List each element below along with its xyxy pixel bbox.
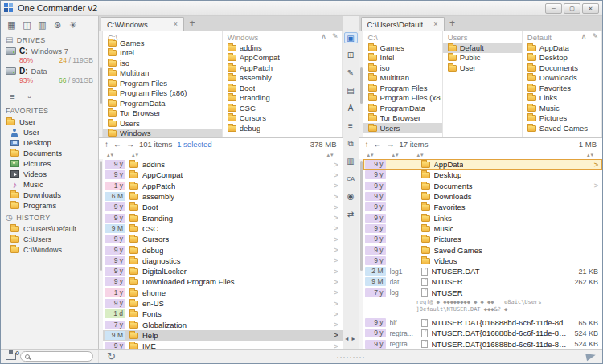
history-item[interactable]: C:\Users\Default [1,223,98,234]
column-item[interactable]: User [443,63,522,73]
file-row[interactable]: 9 MCSC> [103,223,343,234]
column-item[interactable]: Pictures [523,113,601,124]
favorite-item[interactable]: Videos [1,169,98,179]
title-bar[interactable]: One Commander v2 ─ ▢ ✕ [1,1,602,16]
columns-scrollbar[interactable] [359,31,363,137]
column-item[interactable]: Documents [523,63,601,73]
column-item[interactable]: Saved Games [523,123,601,133]
preview-image-icon[interactable]: ▣ [344,32,358,43]
favorite-item[interactable]: Pictures [1,158,98,169]
sort-size-button[interactable]: ▴▾ [326,152,334,158]
column-item[interactable]: Program Files [103,78,222,88]
copy-icon[interactable]: ⧉ [344,138,358,149]
collapse-columns-icon[interactable]: ∧ [321,32,326,40]
file-row[interactable]: 9 yFavorites [363,202,603,212]
new-tab-button[interactable]: + [186,18,199,31]
file-row[interactable]: 9 yblfNTUSER.DAT{016888bd-6c6f-11de-8d1d… [363,317,603,328]
file-row[interactable]: 7 ylogNTUSER [363,288,603,298]
new-folder-icon[interactable]: ⊞ [344,50,358,61]
column-item[interactable]: ProgramData [103,98,222,108]
forward-button[interactable]: → [126,140,134,149]
forward-button[interactable]: → [387,140,395,149]
column-item[interactable]: Boot [223,83,342,93]
column-item[interactable]: Users [103,118,222,129]
notes-icon[interactable]: ▤ [344,85,358,96]
minimize-button[interactable]: ─ [545,3,562,14]
column-item[interactable]: Tor Browser [103,108,222,119]
favorite-item[interactable]: Documents [1,148,98,158]
case-rename-icon[interactable]: CA [344,174,358,185]
column-item[interactable]: Games [363,43,442,53]
tab-close-icon[interactable]: × [174,20,178,28]
search-input[interactable] [32,353,88,361]
favorites-list-icon[interactable]: ≡ [6,91,18,103]
column-item[interactable]: Games [103,38,222,48]
rename-icon[interactable]: ✎ [344,67,358,79]
tab-c-windows[interactable]: C:\Windows × [100,17,184,31]
file-row[interactable]: 1 yAppPatch> [103,181,343,191]
file-row[interactable]: 6 Massembly> [103,191,343,202]
settings-gear-icon[interactable]: ⊛ [51,19,64,31]
column-item[interactable]: Cursors [223,113,342,124]
clipboard-icon[interactable]: ▥ [344,156,358,167]
file-row[interactable]: 9 yBoot> [103,202,343,212]
sort-size-button[interactable]: ▴▾ [587,152,594,158]
column-item[interactable]: addins [223,43,342,53]
file-row[interactable]: 9 yIME> [103,341,343,349]
split-panes-icon[interactable]: ◂ ▸ [343,335,359,342]
edit-path-icon[interactable]: ✎ [332,32,338,40]
column-item[interactable]: Program Files (x86) [103,88,222,99]
file-row[interactable]: 2 Mlog1NTUSER.DAT21 KB [363,266,603,276]
column-item[interactable]: AppCompat [223,53,342,63]
back-button[interactable]: ← [374,140,382,149]
filelist-scrollbar[interactable] [359,159,363,349]
collapse-columns-icon[interactable]: ∧ [581,32,587,40]
column-item[interactable]: Links [523,93,601,104]
column-item[interactable]: Multitran [363,73,442,84]
file-row[interactable]: 9 yMusic [363,223,603,234]
drive-item-c[interactable]: C: Windows 7 80% 24 / 119GB [1,46,98,66]
column-item[interactable]: AppData [523,43,601,53]
preview-eye-icon[interactable]: ◉ [344,191,358,202]
file-row[interactable]: 9 yregtra...NTUSER.DAT{016888bd-6c6f-11d… [363,328,603,338]
column-item[interactable]: Downloads [523,73,601,84]
column-item[interactable]: iso [103,58,222,68]
file-row[interactable]: 9 yDownloads [363,191,603,202]
file-row[interactable]: 9 yaddins> [103,159,343,170]
new-tab-button[interactable]: + [446,18,459,31]
file-row[interactable]: 9 yVideos [363,256,603,266]
sort-age-button[interactable]: ▴▾ [367,152,375,158]
filelist-scrollbar[interactable] [99,159,103,349]
file-row[interactable]: 9 yDesktop [363,170,603,180]
column-item[interactable]: assembly [223,73,342,84]
close-button[interactable]: ✕ [582,3,599,14]
select-lines-icon[interactable]: ≡ [344,121,358,132]
history-item[interactable]: C:\Users [1,234,98,244]
column-item[interactable]: Default [443,43,522,53]
column-item[interactable]: Intel [103,48,222,59]
file-row[interactable]: 9 MdatNTUSER262 KB [363,276,603,287]
file-row[interactable]: 9 yregtra...NTUSER.DAT{016888bd-6c6f-11d… [363,338,603,349]
columns-layout-icon[interactable]: ▥ [36,19,48,31]
column-item[interactable]: Favorites [523,83,601,93]
transfers-icon[interactable]: 0 [6,353,16,360]
column-item[interactable]: debug [223,123,342,133]
file-row[interactable]: 9 ySaved Games [363,244,603,255]
sort-name-button[interactable]: ▴▾ [132,152,139,158]
add-favorite-icon[interactable]: ▫ [23,91,35,103]
column-item[interactable]: Music [523,103,601,113]
favorite-item[interactable]: User [1,127,98,137]
attributes-icon[interactable]: A [344,103,358,114]
file-row[interactable]: 9 ydebug> [103,244,343,255]
edit-path-icon[interactable]: ✎ [592,32,598,40]
file-row[interactable]: 9 ydiagnostics> [103,256,343,266]
swap-panes-icon[interactable]: ⇄ [344,209,358,220]
history-item[interactable]: C:\Windows [1,244,98,255]
column-item[interactable]: Windows [103,129,222,138]
search-box[interactable] [20,351,93,362]
file-row[interactable]: 9 yPictures [363,234,603,244]
send-plane-icon[interactable] [585,352,597,361]
file-row[interactable]: 9 yen-US> [103,298,343,309]
column-item[interactable]: AppPatch [223,63,342,73]
favorite-item[interactable]: Downloads [1,190,98,200]
